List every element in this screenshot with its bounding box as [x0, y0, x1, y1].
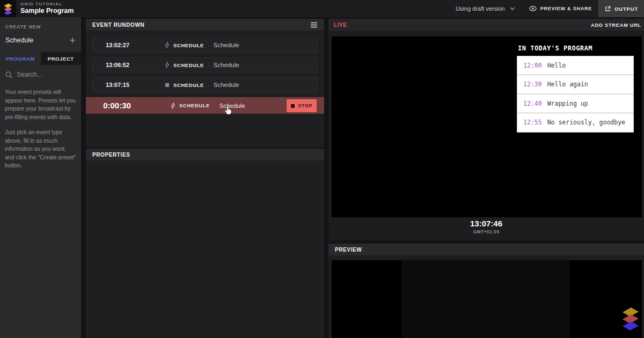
search-placeholder: Search... — [17, 71, 42, 78]
event-time: 13:02:27 — [93, 42, 142, 48]
event-rundown-title: EVENT RUNDOWN — [92, 22, 144, 28]
event-rundown-header: EVENT RUNDOWN — [86, 19, 324, 31]
clock-timezone: GMT+01:00 — [328, 229, 644, 234]
app-logo[interactable] — [0, 0, 16, 17]
properties-header: PROPERTIES — [86, 149, 324, 160]
event-row[interactable]: 13:07:15 SCHEDULE Schedule — [92, 77, 318, 92]
topbar-controls: Using draft version PREVIEW & SHARE OUTP… — [456, 0, 644, 17]
live-panel: IN TODAY'S PROGRAM 12:00 Hello 12:30 Hel… — [328, 31, 644, 240]
stop-button-label: STOP — [298, 103, 312, 108]
event-info: SCHEDULE Schedule — [171, 101, 245, 111]
program-item-label: Wrapping up — [547, 100, 588, 107]
preview-share-button[interactable]: PREVIEW & SHARE — [529, 6, 592, 11]
properties-panel — [86, 160, 324, 338]
event-row-active[interactable]: 0:00:30 SCHEDULE Schedule STOP — [86, 97, 324, 114]
search-input[interactable]: Search... — [0, 65, 81, 83]
event-type: SCHEDULE — [173, 82, 204, 88]
program-item-time: 12:30 — [523, 80, 542, 88]
event-rundown-list: 13:02:27 SCHEDULE Schedule 13:06:52 SCHE… — [86, 31, 324, 147]
program-item: 12:55 No seriously, goodbye — [517, 113, 633, 132]
event-info: SCHEDULE Schedule — [165, 60, 239, 70]
page-title: Sample Program — [20, 8, 74, 15]
eye-icon — [529, 6, 537, 11]
event-type: SCHEDULE — [179, 102, 210, 108]
event-time: 13:07:15 — [93, 82, 142, 88]
broadcast-clock: 13:07:46 GMT+01:00 — [328, 219, 644, 234]
sidebar-tabs: PROGRAM PROJECT — [0, 52, 81, 65]
mouse-cursor — [224, 106, 232, 115]
program-item-label: Hello — [547, 62, 566, 69]
event-info: SCHEDULE Schedule — [165, 80, 239, 90]
program-item-time: 12:55 — [523, 119, 542, 126]
hamburger-menu-icon[interactable] — [310, 22, 318, 28]
event-name: Schedule — [214, 42, 239, 48]
preview-share-label: PREVIEW & SHARE — [540, 6, 592, 11]
preview-black-bar-left — [332, 260, 401, 338]
program-item: 12:30 Hello again — [517, 75, 633, 94]
header-titles: GRID TUTORIAL Sample Program — [20, 2, 74, 15]
plus-icon[interactable] — [69, 37, 76, 43]
event-name: Schedule — [214, 82, 239, 88]
program-item-label: Hello again — [547, 80, 588, 88]
clock-time: 13:07:46 — [328, 219, 644, 228]
properties-title: PROPERTIES — [92, 152, 130, 158]
live-header: LIVE ADD STREAM URL — [328, 19, 644, 31]
lightning-icon — [171, 102, 175, 109]
watermark-logo — [621, 305, 640, 330]
app-logo-icon — [3, 2, 13, 15]
middle-column: EVENT RUNDOWN 13:02:27 SCHEDULE Schedule… — [86, 19, 324, 338]
program-item-time: 12:40 — [523, 100, 542, 107]
event-type: SCHEDULE — [173, 62, 204, 68]
program-item: 12:40 Wrapping up — [517, 94, 633, 113]
separator-dot — [208, 60, 210, 70]
sidebar-item-schedule[interactable]: Schedule — [0, 30, 81, 52]
add-stream-url-button[interactable]: ADD STREAM URL — [591, 22, 641, 28]
program-overlay-title: IN TODAY'S PROGRAM — [518, 45, 592, 52]
output-label: OUTPUT — [614, 6, 638, 12]
external-link-icon — [605, 6, 611, 12]
help-paragraph: Just pick an event type above, fill in a… — [5, 128, 76, 170]
square-icon — [165, 83, 170, 87]
event-type: SCHEDULE — [173, 42, 204, 48]
preview-header: PREVIEW — [328, 244, 644, 255]
stop-button[interactable]: STOP — [287, 99, 317, 112]
program-item-label: No seriously, goodbye — [547, 119, 625, 126]
separator-dot — [208, 80, 210, 90]
right-column: LIVE ADD STREAM URL IN TODAY'S PROGRAM 1… — [328, 19, 644, 338]
event-row[interactable]: 13:02:27 SCHEDULE Schedule — [92, 38, 318, 53]
event-row[interactable]: 13:06:52 SCHEDULE Schedule — [92, 57, 318, 72]
tab-project[interactable]: PROJECT — [41, 52, 82, 65]
lightning-icon — [165, 42, 170, 48]
stop-square-icon — [291, 104, 295, 108]
project-label: GRID TUTORIAL — [20, 2, 74, 7]
preview-panel — [328, 255, 644, 338]
top-bar: GRID TUTORIAL Sample Program Using draft… — [0, 0, 644, 17]
output-button[interactable]: OUTPUT — [598, 0, 644, 17]
live-badge: LIVE — [334, 22, 347, 28]
separator-dot — [208, 40, 210, 50]
event-time: 13:06:52 — [93, 62, 142, 68]
tab-program[interactable]: PROGRAM — [0, 52, 41, 65]
chevron-down-icon — [510, 7, 515, 10]
program-item: 12:00 Hello — [517, 56, 633, 75]
search-icon — [5, 71, 12, 78]
event-name: Schedule — [214, 62, 239, 68]
live-video-output: IN TODAY'S PROGRAM 12:00 Hello 12:30 Hel… — [332, 36, 642, 217]
help-paragraph: Your event presets will appear here. Pre… — [5, 88, 76, 121]
version-label: Using draft version — [456, 5, 505, 12]
program-overlay-card: 12:00 Hello 12:30 Hello again 12:40 Wrap… — [517, 56, 634, 133]
program-item-time: 12:00 — [523, 62, 542, 69]
version-dropdown[interactable]: Using draft version — [456, 5, 515, 12]
preview-video-frame — [401, 260, 570, 338]
separator-dot — [214, 101, 216, 111]
presets-help-text: Your event presets will appear here. Pre… — [0, 83, 81, 175]
event-countdown: 0:00:30 — [86, 101, 148, 110]
event-info: SCHEDULE Schedule — [165, 40, 239, 50]
create-new-label: CREATE NEW — [0, 17, 81, 30]
preview-title: PREVIEW — [335, 247, 362, 253]
sidebar: CREATE NEW Schedule PROGRAM PROJECT Sear… — [0, 17, 81, 338]
lightning-icon — [165, 62, 170, 68]
schedule-item-label: Schedule — [5, 36, 33, 44]
